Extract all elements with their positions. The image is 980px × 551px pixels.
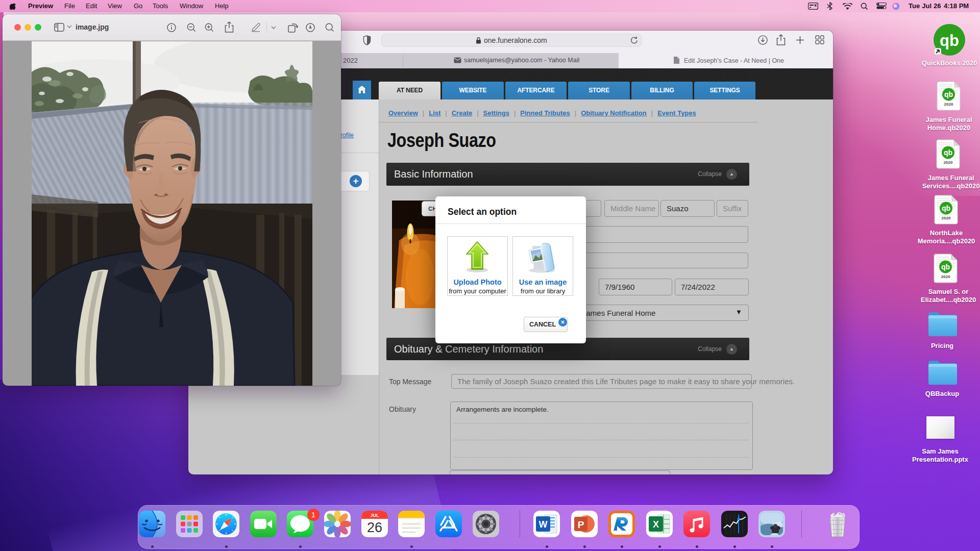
svg-text:2020: 2020 <box>944 160 953 165</box>
svg-text:26: 26 <box>367 520 382 535</box>
svg-text:qb: qb <box>942 204 950 212</box>
svg-text:P: P <box>578 519 584 530</box>
svg-text:2020: 2020 <box>942 216 951 220</box>
svg-text:2020: 2020 <box>941 274 950 279</box>
svg-text:X: X <box>653 519 659 530</box>
svg-text:JUL: JUL <box>370 513 379 518</box>
svg-text:qb: qb <box>940 32 959 49</box>
svg-text:qb: qb <box>944 90 953 98</box>
svg-text:qb: qb <box>941 263 950 271</box>
svg-text:qb: qb <box>944 148 952 157</box>
svg-text:W: W <box>539 519 548 530</box>
svg-text:2020: 2020 <box>944 102 953 107</box>
